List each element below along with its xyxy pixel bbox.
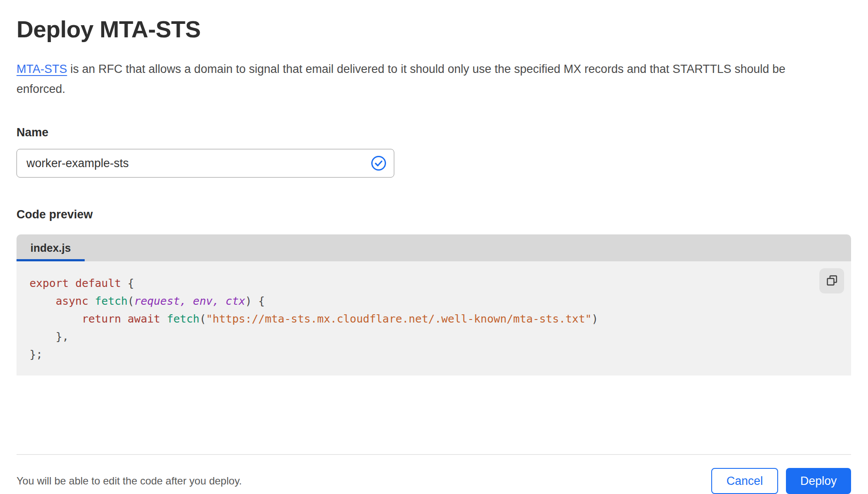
code-content: export default { async fetch(request, en… <box>30 274 799 363</box>
code-tabbar: index.js <box>17 234 851 261</box>
check-circle-icon <box>371 155 386 171</box>
code-line: export default { <box>30 274 799 292</box>
tab-index-js[interactable]: index.js <box>17 234 85 261</box>
deploy-button[interactable]: Deploy <box>786 468 851 494</box>
tab-label: index.js <box>30 242 71 254</box>
footer-bar: You will be able to edit the code after … <box>17 454 851 494</box>
code-line: }, <box>30 328 799 346</box>
code-line: async fetch(request, env, ctx) { <box>30 292 799 310</box>
code-line: }; <box>30 346 799 363</box>
page-title: Deploy MTA-STS <box>17 16 851 43</box>
code-preview-label: Code preview <box>17 208 851 221</box>
description-text: is an RFC that allows a domain to signal… <box>17 63 785 96</box>
worker-name-input[interactable] <box>17 149 394 178</box>
code-preview-block: index.js export default { async fetch(re… <box>17 234 851 375</box>
footer-actions: Cancel Deploy <box>711 468 851 494</box>
deploy-mta-sts-page: Deploy MTA-STS MTA-STS is an RFC that al… <box>0 0 868 494</box>
copy-icon <box>825 274 838 288</box>
mta-sts-link[interactable]: MTA-STS <box>17 63 67 76</box>
name-input-wrap <box>17 149 394 178</box>
name-field-label: Name <box>17 126 851 139</box>
copy-code-button[interactable] <box>819 268 844 293</box>
code-editor: export default { async fetch(request, en… <box>17 261 851 375</box>
page-description: MTA-STS is an RFC that allows a domain t… <box>17 59 833 99</box>
code-line: return await fetch("https://mta-sts.mx.c… <box>30 310 799 328</box>
footer-note: You will be able to edit the code after … <box>17 475 242 487</box>
cancel-button[interactable]: Cancel <box>711 468 778 494</box>
